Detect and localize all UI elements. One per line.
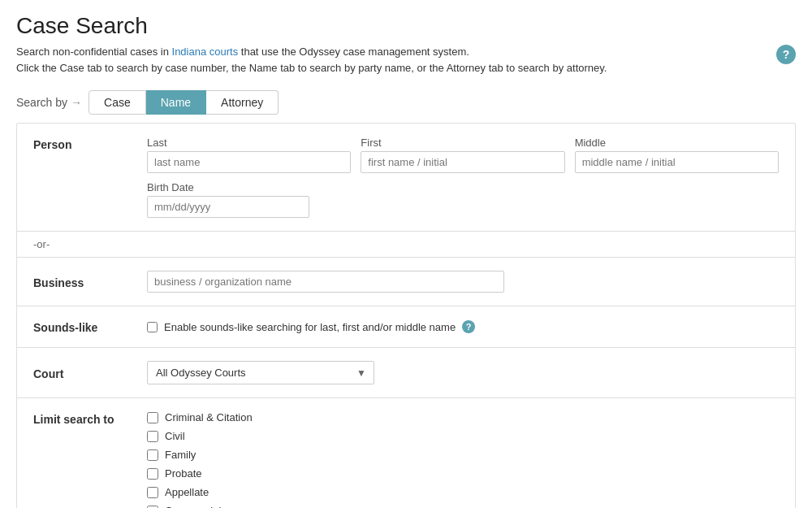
checkbox-commercial[interactable]: Commercial [147, 505, 253, 508]
court-select[interactable]: All Odyssey Courts Marion County Courts … [147, 361, 374, 384]
checkbox-probate-input[interactable] [147, 468, 158, 480]
tab-name[interactable]: Name [146, 90, 206, 115]
checkbox-appellate[interactable]: Appellate [147, 486, 253, 498]
person-fields: Last First Middle [147, 137, 779, 218]
checkbox-criminal-input[interactable] [147, 412, 158, 423]
checkbox-family-input[interactable] [147, 449, 158, 461]
checkbox-civil-label: Civil [165, 430, 185, 442]
desc-line2: Click the Case tab to search by case num… [16, 62, 607, 74]
middle-name-label: Middle [575, 137, 779, 149]
checkbox-family-label: Family [165, 449, 196, 461]
court-section: Court All Odyssey Courts Marion County C… [17, 348, 795, 398]
checkbox-commercial-input[interactable] [147, 506, 158, 509]
sounds-like-content: Enable sounds-like searching for last, f… [147, 320, 475, 333]
form-container: Person Last First Middle [16, 123, 796, 508]
person-section: Person Last First Middle [17, 124, 795, 232]
checkbox-criminal-label: Criminal & Citation [165, 411, 253, 423]
desc-part2: that use the Odyssey case management sys… [238, 46, 469, 58]
checkbox-commercial-label: Commercial [165, 505, 221, 508]
search-by-label: Search by → [16, 96, 82, 109]
tab-case[interactable]: Case [89, 90, 146, 115]
middle-name-group: Middle [575, 137, 779, 173]
name-fields-row: Last First Middle [147, 137, 779, 173]
sounds-like-info-icon[interactable]: ? [462, 320, 475, 333]
limit-search-section: Limit search to Criminal & Citation Civi… [17, 398, 795, 508]
business-input[interactable] [147, 271, 504, 293]
court-label: Court [33, 366, 147, 380]
desc-part1: Search non-confidential cases in [16, 46, 172, 58]
court-select-wrapper: All Odyssey Courts Marion County Courts … [147, 361, 374, 384]
birth-date-group: Birth Date [147, 181, 309, 218]
business-section: Business [17, 258, 795, 306]
checkboxes-list: Criminal & Citation Civil Family Probate [147, 411, 253, 508]
help-icon[interactable]: ? [776, 45, 796, 64]
business-label: Business [33, 275, 147, 289]
page-description: Search non-confidential cases in Indiana… [16, 44, 796, 76]
sounds-like-section: Sounds-like Enable sounds-like searching… [17, 306, 795, 348]
person-label: Person [33, 137, 147, 151]
checkbox-civil[interactable]: Civil [147, 430, 253, 442]
last-name-input[interactable] [147, 151, 351, 173]
middle-name-input[interactable] [575, 151, 779, 173]
birth-date-input[interactable] [147, 196, 309, 218]
sounds-like-text[interactable]: Enable sounds-like searching for last, f… [164, 321, 456, 333]
checkbox-probate[interactable]: Probate [147, 467, 253, 480]
birth-date-label: Birth Date [147, 181, 309, 193]
checkbox-probate-label: Probate [165, 467, 202, 480]
first-name-group: First [361, 137, 564, 173]
last-name-label: Last [147, 137, 351, 149]
checkbox-family[interactable]: Family [147, 449, 253, 461]
sounds-like-checkbox[interactable] [147, 322, 158, 332]
limit-search-label: Limit search to [33, 411, 147, 426]
last-name-group: Last [147, 137, 351, 173]
first-name-label: First [361, 137, 564, 149]
tab-attorney[interactable]: Attorney [206, 90, 279, 115]
indiana-courts-link[interactable]: Indiana courts [172, 46, 239, 58]
birth-date-row: Birth Date [147, 181, 779, 218]
page-title: Case Search [16, 13, 796, 39]
first-name-input[interactable] [361, 151, 564, 173]
arrow-icon: → [71, 96, 82, 109]
tab-group: Case Name Attorney [89, 90, 279, 115]
checkbox-appellate-label: Appellate [165, 486, 209, 498]
checkbox-criminal[interactable]: Criminal & Citation [147, 411, 253, 423]
checkbox-civil-input[interactable] [147, 431, 158, 442]
or-divider: -or- [17, 232, 795, 258]
sounds-like-label: Sounds-like [33, 319, 147, 334]
checkbox-appellate-input[interactable] [147, 487, 158, 498]
